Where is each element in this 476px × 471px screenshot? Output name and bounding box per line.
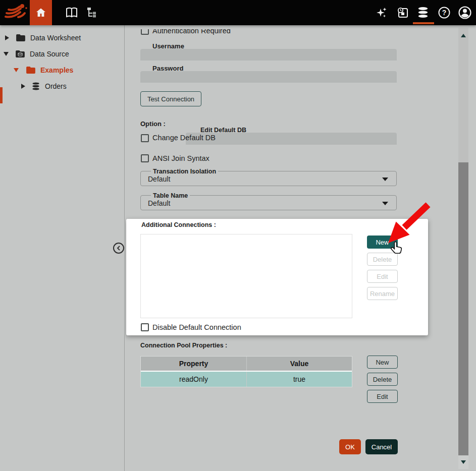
datasource-form: Authentication Required Username Passwor… bbox=[125, 29, 458, 471]
database-icon[interactable] bbox=[415, 0, 431, 25]
sidebar-item-data-source[interactable]: Data Source bbox=[0, 46, 124, 62]
change-default-db-label: Change Default DB bbox=[152, 134, 216, 142]
column-header-value[interactable]: Value bbox=[246, 357, 352, 371]
account-icon[interactable] bbox=[456, 0, 473, 25]
disable-default-connection-checkbox[interactable] bbox=[141, 323, 149, 331]
scroll-up-button[interactable] bbox=[461, 34, 466, 37]
sidebar-item-data-worksheet[interactable]: Data Worksheet bbox=[0, 30, 124, 46]
table-name-label: Table Name bbox=[151, 192, 190, 199]
chevron-down-icon bbox=[382, 178, 388, 181]
scrollbar[interactable] bbox=[458, 28, 468, 469]
chevron-down-icon bbox=[382, 202, 388, 205]
pool-new-button[interactable]: New bbox=[367, 356, 398, 369]
additional-connections-list[interactable] bbox=[140, 234, 352, 318]
connections-new-button[interactable]: New bbox=[367, 236, 398, 249]
sidebar-item-label: Orders bbox=[45, 82, 67, 90]
additional-connections-title: Additional Connections : bbox=[141, 221, 216, 228]
table-row[interactable]: readOnly true bbox=[141, 372, 352, 387]
connections-delete-button[interactable]: Delete bbox=[367, 253, 398, 266]
folder-icon bbox=[26, 66, 36, 74]
collapse-sidebar-button[interactable] bbox=[113, 243, 124, 254]
folder-icon bbox=[16, 34, 26, 42]
password-field[interactable] bbox=[140, 71, 397, 83]
scrollbar-thumb[interactable] bbox=[458, 162, 468, 455]
edit-default-db-field[interactable] bbox=[186, 133, 397, 145]
authentication-required-label: Authentication Required bbox=[152, 29, 231, 35]
help-icon[interactable]: ? bbox=[436, 0, 452, 25]
column-header-property[interactable]: Property bbox=[141, 357, 246, 371]
edit-default-db-label: Edit Default DB bbox=[200, 127, 246, 134]
connections-rename-button[interactable]: Rename bbox=[367, 287, 398, 300]
connections-edit-button[interactable]: Edit bbox=[367, 270, 398, 283]
scroll-down-icon bbox=[461, 460, 466, 464]
pool-delete-button[interactable]: Delete bbox=[367, 373, 398, 386]
pool-edit-button[interactable]: Edit bbox=[367, 390, 398, 403]
pool-properties-title: Connection Pool Properties : bbox=[140, 342, 227, 349]
ansi-join-syntax-checkbox[interactable] bbox=[141, 154, 149, 162]
top-toolbar: ? bbox=[0, 0, 476, 25]
table-name-value: Default bbox=[148, 199, 170, 207]
sparkles-icon[interactable] bbox=[374, 0, 389, 25]
cancel-button[interactable]: Cancel bbox=[365, 439, 398, 454]
scroll-down-button[interactable] bbox=[458, 455, 468, 469]
active-tab-indicator bbox=[413, 22, 434, 24]
transaction-isolation-label: Transaction Isolation bbox=[151, 168, 218, 175]
home-button[interactable] bbox=[30, 0, 52, 25]
disable-default-connection-label: Disable Default Connection bbox=[152, 323, 241, 331]
scheduler-icon[interactable] bbox=[395, 0, 410, 25]
expand-caret-icon[interactable] bbox=[21, 84, 25, 89]
test-connection-button[interactable]: Test Connection bbox=[140, 91, 201, 106]
sidebar: Data Worksheet Data Source Examples bbox=[0, 25, 125, 471]
sidebar-item-orders[interactable]: Orders bbox=[0, 78, 124, 94]
svg-text:?: ? bbox=[442, 9, 447, 17]
transaction-isolation-value: Default bbox=[148, 175, 170, 183]
sidebar-item-label: Examples bbox=[40, 66, 73, 74]
hierarchy-icon[interactable] bbox=[85, 0, 100, 25]
sidebar-item-label: Data Source bbox=[30, 50, 69, 58]
chevron-left-icon bbox=[116, 246, 121, 251]
collapse-caret-icon[interactable] bbox=[14, 68, 19, 72]
sidebar-item-label: Data Worksheet bbox=[30, 34, 81, 42]
change-default-db-checkbox[interactable] bbox=[141, 134, 149, 142]
username-field[interactable] bbox=[140, 49, 397, 61]
option-label: Option : bbox=[140, 120, 166, 128]
pool-properties-table: Property Value readOnly true bbox=[140, 356, 352, 387]
ok-button[interactable]: OK bbox=[339, 439, 361, 454]
data-folder-icon bbox=[15, 50, 25, 58]
table-name-select[interactable]: Table Name Default bbox=[140, 195, 397, 210]
ansi-join-syntax-label: ANSI Join Syntax bbox=[152, 154, 209, 162]
transaction-isolation-select[interactable]: Transaction Isolation Default bbox=[140, 171, 397, 186]
app-logo bbox=[3, 2, 29, 23]
collapse-caret-icon[interactable] bbox=[4, 52, 9, 56]
sidebar-item-examples[interactable]: Examples bbox=[0, 62, 124, 78]
authentication-required-checkbox[interactable] bbox=[141, 29, 149, 35]
value-cell[interactable]: true bbox=[246, 372, 352, 387]
database-icon bbox=[31, 82, 41, 91]
property-cell[interactable]: readOnly bbox=[141, 372, 246, 387]
app-screen: ? Data Worksheet bbox=[0, 0, 476, 471]
book-icon[interactable] bbox=[65, 0, 79, 25]
home-icon bbox=[35, 7, 47, 19]
expand-caret-icon[interactable] bbox=[5, 35, 9, 40]
table-header-row: Property Value bbox=[141, 357, 352, 371]
